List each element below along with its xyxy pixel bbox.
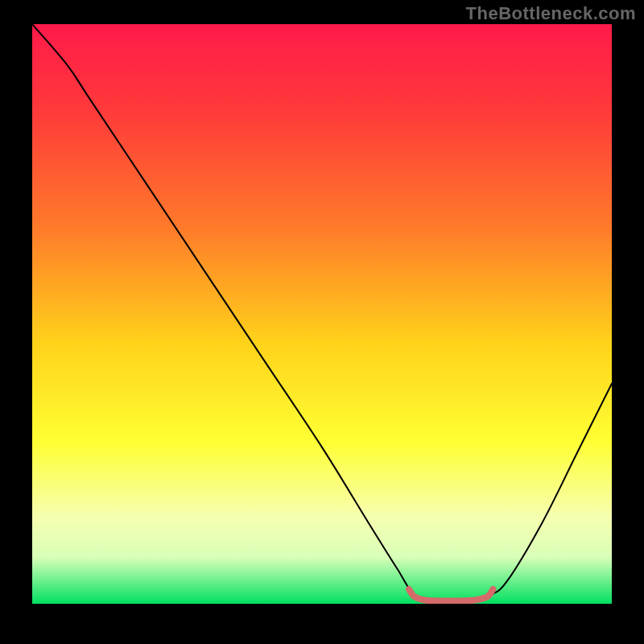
chart-svg: [32, 24, 612, 604]
gradient-background: [32, 24, 612, 604]
chart-container: TheBottleneck.com: [0, 0, 644, 644]
watermark-text: TheBottleneck.com: [466, 3, 636, 24]
plot-area: [32, 24, 612, 604]
